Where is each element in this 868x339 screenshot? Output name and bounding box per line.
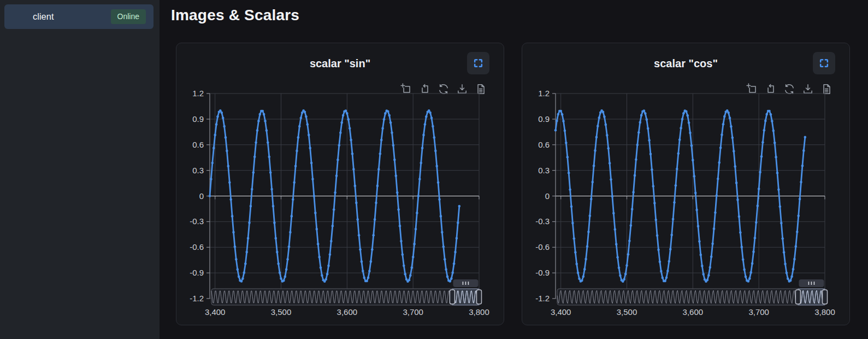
app-root: client Online Images & Scalars scalar "s…: [0, 0, 868, 339]
x-tick-label: 3,600: [683, 307, 704, 317]
datazoom-window[interactable]: [798, 289, 825, 305]
datazoom-move-handle[interactable]: [799, 279, 824, 287]
x-tick-label: 3,400: [205, 307, 226, 317]
x-tick-label: 3,700: [403, 307, 423, 317]
y-tick-label: -0.9: [535, 268, 550, 277]
y-tick-label: 0.3: [192, 166, 204, 175]
y-tick-label: -0.3: [190, 217, 204, 226]
datazoom-slider[interactable]: [211, 279, 482, 305]
client-name: client: [33, 11, 54, 22]
x-tick-label: 3,700: [748, 307, 769, 317]
page-title: Images & Scalars: [171, 7, 299, 24]
y-tick-label: 0.9: [538, 114, 550, 124]
y-tick-label: -1.2: [190, 294, 204, 303]
y-tick-label: 0: [199, 191, 204, 201]
y-tick-label: -0.3: [535, 217, 550, 226]
y-tick-label: 0.3: [538, 166, 550, 175]
chart-plot[interactable]: 1.20.90.60.30-0.3-0.6-0.9-1.23,4003,5003…: [522, 43, 851, 326]
y-tick-label: 0.9: [192, 114, 204, 124]
y-tick-label: -0.6: [190, 242, 204, 252]
y-tick-label: 0.6: [538, 140, 550, 149]
axis-labels: 1.20.90.60.30-0.3-0.6-0.9-1.23,4003,5003…: [190, 89, 489, 317]
client-status-badge: Online: [111, 9, 146, 24]
chart-plot[interactable]: 1.20.90.60.30-0.3-0.6-0.9-1.23,4003,5003…: [176, 43, 505, 326]
x-tick-label: 3,500: [617, 307, 637, 317]
x-tick-label: 3,800: [469, 307, 489, 317]
datazoom-move-handle[interactable]: [453, 279, 478, 287]
datazoom-slider[interactable]: [557, 279, 828, 305]
x-tick-label: 3,400: [551, 307, 571, 317]
x-tick-label: 3,800: [814, 307, 835, 317]
datazoom-handle-left[interactable]: [795, 290, 800, 304]
y-tick-label: 1.2: [538, 89, 550, 98]
datazoom-handle-left[interactable]: [450, 290, 454, 304]
sidebar: client Online: [0, 0, 160, 339]
y-tick-label: 1.2: [192, 89, 204, 98]
x-tick-label: 3,500: [271, 307, 292, 317]
client-card[interactable]: client Online: [4, 4, 153, 29]
chart-card-sin: scalar "sin" 1.20.90.60.30-0.3-0.6-0.9-1…: [176, 43, 504, 325]
y-tick-label: 0.6: [192, 140, 204, 149]
y-tick-label: -1.2: [535, 294, 550, 303]
y-tick-label: -0.9: [190, 268, 204, 277]
y-tick-label: -0.6: [535, 242, 550, 252]
x-tick-label: 3,600: [337, 307, 358, 317]
datazoom-handle-right[interactable]: [477, 290, 482, 304]
chart-card-cos: scalar "cos" 1.20.90.60.30-0.3-0.6-0.9-1…: [522, 43, 850, 325]
datazoom-window[interactable]: [452, 289, 479, 305]
datazoom-handle-right[interactable]: [823, 290, 828, 304]
y-tick-label: 0: [545, 191, 550, 201]
